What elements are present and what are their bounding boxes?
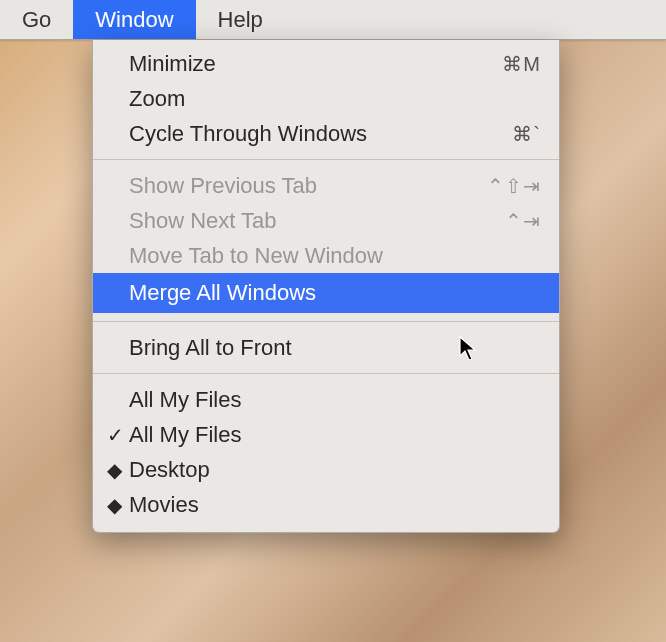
menu-item-bring-all-to-front[interactable]: Bring All to Front xyxy=(93,330,559,365)
menu-item-label: Cycle Through Windows xyxy=(129,121,512,147)
menu-item-label: Show Next Tab xyxy=(129,208,505,234)
diamond-icon: ◆ xyxy=(107,460,129,480)
menu-item-show-previous-tab: Show Previous Tab ⌃⇧⇥ xyxy=(93,168,559,203)
menu-item-window-all-my-files-checked[interactable]: ✓ All My Files xyxy=(93,417,559,452)
menu-item-zoom[interactable]: Zoom xyxy=(93,81,559,116)
menu-item-merge-all-windows[interactable]: Merge All Windows xyxy=(93,273,559,313)
menu-item-window-desktop[interactable]: ◆ Desktop xyxy=(93,452,559,487)
menu-separator xyxy=(93,321,559,322)
menu-item-label: Minimize xyxy=(129,51,502,77)
menu-item-label: Move Tab to New Window xyxy=(129,243,541,269)
menu-item-window-all-my-files[interactable]: All My Files xyxy=(93,382,559,417)
menubar-item-help[interactable]: Help xyxy=(196,0,285,39)
menu-item-minimize[interactable]: Minimize ⌘M xyxy=(93,46,559,81)
menu-item-label: Desktop xyxy=(129,457,541,483)
menu-separator xyxy=(93,159,559,160)
menu-item-shortcut: ⌘M xyxy=(502,52,541,76)
menu-item-label: Movies xyxy=(129,492,541,518)
menu-item-label: Merge All Windows xyxy=(129,280,541,306)
checkmark-icon: ✓ xyxy=(107,425,129,445)
window-menu-dropdown: Minimize ⌘M Zoom Cycle Through Windows ⌘… xyxy=(92,40,560,533)
menu-item-window-movies[interactable]: ◆ Movies xyxy=(93,487,559,522)
menu-item-label: Zoom xyxy=(129,86,541,112)
menu-item-label: All My Files xyxy=(129,387,541,413)
menu-item-shortcut: ⌃⇥ xyxy=(505,209,541,233)
menu-item-show-next-tab: Show Next Tab ⌃⇥ xyxy=(93,203,559,238)
menu-item-label: Show Previous Tab xyxy=(129,173,487,199)
menu-item-label: Bring All to Front xyxy=(129,335,541,361)
menubar-item-window[interactable]: Window xyxy=(73,0,195,39)
menu-item-label: All My Files xyxy=(129,422,541,448)
menubar: Go Window Help xyxy=(0,0,666,40)
menu-separator xyxy=(93,373,559,374)
menu-item-shortcut: ⌘` xyxy=(512,122,541,146)
menu-item-move-tab-to-new-window: Move Tab to New Window xyxy=(93,238,559,273)
menubar-item-go[interactable]: Go xyxy=(0,0,73,39)
menu-item-cycle-through-windows[interactable]: Cycle Through Windows ⌘` xyxy=(93,116,559,151)
menu-item-shortcut: ⌃⇧⇥ xyxy=(487,174,541,198)
diamond-icon: ◆ xyxy=(107,495,129,515)
